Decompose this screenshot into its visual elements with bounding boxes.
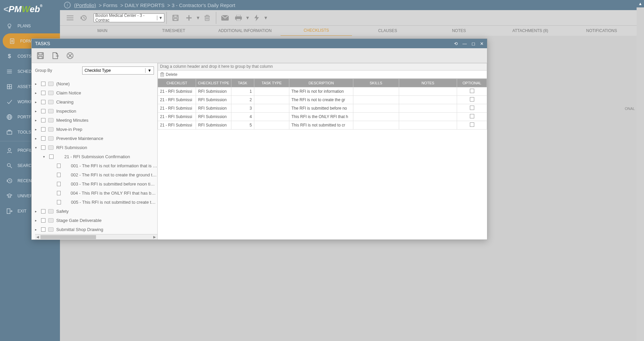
checkbox[interactable] [41,100,45,104]
checkbox[interactable] [41,127,45,132]
cell-tasktype[interactable] [254,96,289,104]
checkbox[interactable] [41,218,45,223]
bolt-icon[interactable] [250,13,263,23]
cell-task[interactable]: 3 [231,104,254,113]
tab-main[interactable]: MAIN [67,26,138,36]
print-icon[interactable] [232,13,245,23]
close-icon[interactable]: ✕ [480,41,484,46]
cell-desc[interactable]: This RFI is not submitted to cr [289,121,353,130]
cell-optional[interactable] [457,96,487,104]
scroll-up-icon[interactable]: ▲ [637,0,644,7]
cell-type[interactable]: RFI Submission [196,121,231,130]
chevron-icon[interactable]: ▸ [35,127,38,131]
tree-node[interactable]: ▸Preventive Maintenance [35,134,157,143]
nav-plans[interactable]: PLANS [0,18,60,33]
cell-optional[interactable] [457,87,487,96]
cell-desc[interactable]: The RFI is not for information [289,87,353,96]
chevron-icon[interactable]: ▸ [35,209,38,213]
tab-additional-information[interactable]: ADDITIONAL INFORMATION [210,26,281,36]
table-row[interactable]: 21 - RFI SubmissiRFI Submission5This RFI… [158,121,487,130]
column-header[interactable]: TASK [231,79,254,87]
chevron-down-icon[interactable]: ▼ [145,68,152,73]
cell-optional[interactable] [457,113,487,121]
cell-notes[interactable] [399,113,457,121]
cell-desc[interactable]: The RFI is not to create the gr [289,96,353,104]
add-dropdown-icon[interactable]: ▾ [196,13,200,23]
chevron-down-icon[interactable]: ▼ [157,16,163,20]
cell-tasktype[interactable] [254,113,289,121]
column-header[interactable]: NOTES [399,79,457,87]
tree-node[interactable]: ▸Cleaning [35,97,157,107]
checkbox[interactable] [57,191,61,195]
cell-task[interactable]: 5 [231,121,254,130]
cell-task[interactable]: 4 [231,113,254,121]
tree-node[interactable]: ▸Meeting Minutes [35,116,157,125]
grouping-drop-area[interactable]: Drag a column header and drop it here to… [158,63,487,70]
export-icon[interactable] [51,52,59,60]
cell-optional[interactable] [457,121,487,130]
chevron-icon[interactable]: ▸ [35,82,38,86]
delete-icon[interactable] [200,13,214,23]
tree-node[interactable]: ▸Claim Notice [35,88,157,97]
chevron-icon[interactable]: ▸ [35,109,38,113]
cell-type[interactable]: RFI Submission [196,96,231,104]
cell-tasktype[interactable] [254,87,289,96]
cell-checklist[interactable]: 21 - RFI Submissi [158,113,196,121]
table-row[interactable]: 21 - RFI SubmissiRFI Submission2The RFI … [158,96,487,104]
list-icon[interactable] [63,13,77,23]
tab-attachments-8-[interactable]: ATTACHMENTS (8) [495,26,566,36]
tree-node[interactable]: 001 - The RFI is not for information tha… [35,161,157,170]
cell-checklist[interactable]: 21 - RFI Submissi [158,104,196,113]
tree-horizontal-scrollbar[interactable]: ◀ ▶ [35,234,157,239]
breadcrumb-portfolio[interactable]: (Portfolio) [74,2,96,8]
checkbox[interactable] [470,89,474,93]
chevron-icon[interactable]: ▸ [35,118,38,122]
save-icon[interactable] [36,52,44,60]
chevron-icon[interactable]: ▸ [35,219,38,222]
cell-tasktype[interactable] [254,121,289,130]
checkbox[interactable] [41,109,45,113]
column-header[interactable]: SKILLS [353,79,399,87]
tree-node[interactable]: ▾21 - RFI Submission Confirmation [35,152,157,161]
tab-notifications[interactable]: NOTIFICATIONS [566,26,637,36]
tab-timesheet[interactable]: TIMESHEET [138,26,210,36]
cell-skills[interactable] [353,104,399,113]
tasks-grid[interactable]: CHECKLISTCHECKLIST TYPETASKTASK TYPEDESC… [158,79,487,130]
checkbox[interactable] [41,136,45,141]
tree-node[interactable]: 005 - This RFI is not submitted to creat… [35,198,157,207]
tree-node[interactable]: ▸Safety [35,207,157,216]
cell-task[interactable]: 1 [231,87,254,96]
cell-skills[interactable] [353,87,399,96]
checkbox[interactable] [470,97,474,102]
cell-checklist[interactable]: 21 - RFI Submissi [158,87,196,96]
chevron-icon[interactable]: ▸ [35,100,38,104]
cell-skills[interactable] [353,121,399,130]
table-row[interactable]: 21 - RFI SubmissiRFI Submission4This RFI… [158,113,487,121]
print-dropdown-icon[interactable]: ▾ [245,13,250,23]
scrollbar[interactable]: ▲ [637,0,644,341]
table-row[interactable]: 21 - RFI SubmissiRFI Submission3The RFI … [158,104,487,113]
tree-node[interactable]: ▾RFI Submission [35,143,157,152]
add-icon[interactable] [182,13,196,23]
checkbox[interactable] [470,114,474,118]
cell-task[interactable]: 2 [231,96,254,104]
cell-skills[interactable] [353,113,399,121]
maximize-icon[interactable]: ◻ [472,41,475,46]
column-header[interactable]: DESCRIPTION [289,79,353,87]
column-header[interactable]: OPTIONAL [457,79,487,87]
checkbox[interactable] [49,154,54,159]
cell-checklist[interactable]: 21 - RFI Submissi [158,121,196,130]
mail-icon[interactable] [218,13,232,23]
column-header[interactable]: CHECKLIST TYPE [196,79,231,87]
checkbox[interactable] [57,182,61,186]
cell-tasktype[interactable] [254,104,289,113]
cell-notes[interactable] [399,96,457,104]
scroll-thumb[interactable] [40,235,96,239]
chevron-icon[interactable]: ▸ [35,228,38,231]
bolt-dropdown-icon[interactable]: ▾ [263,13,268,23]
scroll-right-icon[interactable]: ▶ [152,235,157,239]
minimize-icon[interactable]: — [462,41,467,46]
cell-checklist[interactable]: 21 - RFI Submissi [158,96,196,104]
column-header[interactable]: TASK TYPE [254,79,289,87]
table-row[interactable]: 21 - RFI SubmissiRFI Submission1The RFI … [158,87,487,96]
